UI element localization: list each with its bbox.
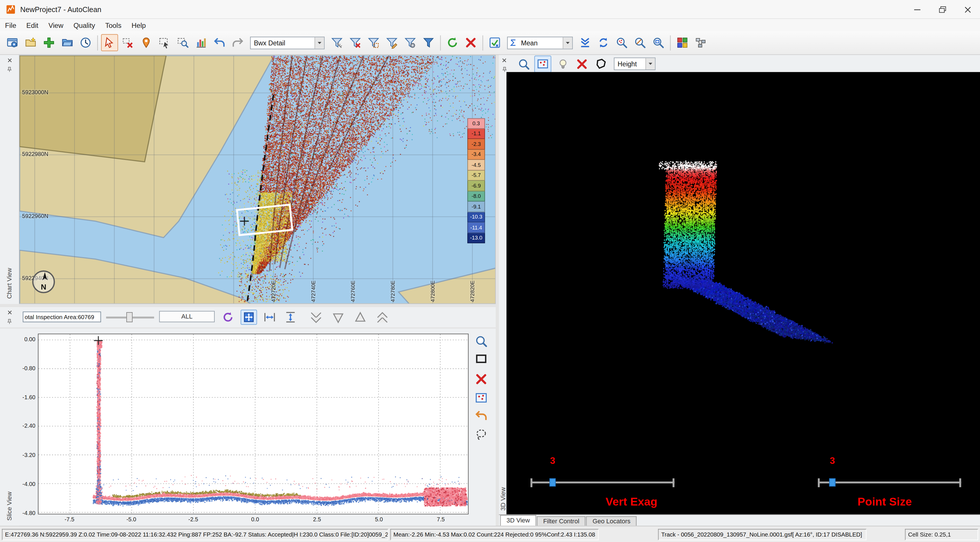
reject-x-icon[interactable] xyxy=(474,372,489,387)
combo-arrow-icon[interactable] xyxy=(645,58,655,70)
light-icon[interactable] xyxy=(555,56,571,73)
fit-view-icon[interactable] xyxy=(240,309,257,325)
reload-icon[interactable] xyxy=(444,34,461,51)
stat-combo[interactable]: Mean xyxy=(507,37,573,49)
edit-cursor-icon[interactable] xyxy=(101,34,118,51)
legend-entry: -4.5 xyxy=(467,160,485,170)
measure-zoom-icon[interactable] xyxy=(632,34,649,51)
accept-check-icon[interactable] xyxy=(486,34,503,51)
legend-entry: 0.3 xyxy=(467,118,485,128)
slider-left-cap xyxy=(818,478,820,487)
double-down-icon[interactable] xyxy=(307,309,325,325)
inspection-area-input[interactable] xyxy=(23,312,101,322)
menu-view[interactable]: View xyxy=(43,20,68,30)
tab-3d-view[interactable]: 3D View xyxy=(500,515,536,526)
view3d-tab-bar: 3D ViewFilter ControlGeo Locators xyxy=(499,515,980,526)
filter-reject-icon[interactable] xyxy=(347,34,364,51)
menu-edit[interactable]: Edit xyxy=(21,20,43,30)
slice-panel-pin-icon[interactable] xyxy=(5,317,14,325)
select-area-icon[interactable] xyxy=(156,34,173,51)
double-up-icon[interactable] xyxy=(373,309,391,325)
window-title: NewProject7 - AutoClean xyxy=(20,0,101,19)
delete-selection-icon[interactable] xyxy=(119,34,136,51)
slice-panel-close-icon[interactable] xyxy=(5,308,14,317)
slice-range-display[interactable]: ALL xyxy=(159,311,215,322)
undo-edit-icon[interactable] xyxy=(474,408,489,423)
chart-panel-close-icon[interactable] xyxy=(5,56,14,65)
undo-icon[interactable] xyxy=(211,34,228,51)
colormap-combo[interactable]: Height xyxy=(614,57,655,70)
close-button[interactable] xyxy=(955,0,980,19)
menu-tools[interactable]: Tools xyxy=(100,20,127,30)
chart-panel-pin-icon[interactable] xyxy=(5,65,14,73)
slice-x-tick: -7.5 xyxy=(58,516,81,523)
fit-width-icon[interactable] xyxy=(261,309,278,325)
filter-gear-icon[interactable] xyxy=(402,34,418,51)
zoom-tool-icon[interactable] xyxy=(515,56,532,73)
point-size-slider[interactable] xyxy=(818,478,961,488)
menu-file[interactable]: File xyxy=(0,20,21,30)
view3d-toolbar: Height xyxy=(499,55,980,72)
color-palette-icon[interactable] xyxy=(674,34,690,51)
combo-arrow-icon[interactable] xyxy=(563,37,572,49)
slice-panel-label: Slice View xyxy=(6,492,13,521)
add-lines-icon[interactable] xyxy=(40,34,57,51)
select-rect-icon[interactable] xyxy=(474,351,489,367)
detail-combo[interactable]: Bwx Detail xyxy=(250,37,325,49)
filter-measure-icon[interactable] xyxy=(328,34,345,51)
slice-plot-canvas[interactable] xyxy=(38,334,468,515)
redo-icon[interactable] xyxy=(229,34,246,51)
tab-geo-locators[interactable]: Geo Locators xyxy=(586,516,637,526)
slice-toolbar-strip xyxy=(0,307,19,327)
view3d-canvas[interactable] xyxy=(506,72,980,515)
filter-area-icon[interactable] xyxy=(365,34,382,51)
rotate-view-icon[interactable] xyxy=(220,309,236,325)
select-points-icon[interactable] xyxy=(474,391,489,406)
select-points-icon[interactable] xyxy=(534,56,551,73)
slider-track[interactable] xyxy=(818,481,961,483)
slice-y-tick: -3.20 xyxy=(18,452,36,458)
chart-view-panel: Chart View 5923000N5922980N5922960N59229… xyxy=(0,55,496,304)
geo-pick-icon[interactable] xyxy=(138,34,155,51)
zoom-window-icon[interactable] xyxy=(650,34,667,51)
combo-arrow-icon[interactable] xyxy=(315,37,324,49)
fit-height-icon[interactable] xyxy=(282,309,299,325)
app-config-icon[interactable] xyxy=(4,34,21,51)
node-link-icon[interactable] xyxy=(692,34,709,51)
refresh-icon[interactable] xyxy=(595,34,612,51)
tab-filter-control[interactable]: Filter Control xyxy=(537,516,585,526)
chart-panel-strip: Chart View xyxy=(0,55,19,304)
menu-help[interactable]: Help xyxy=(127,20,151,30)
minimize-button[interactable] xyxy=(904,0,929,19)
filter-brush-icon[interactable] xyxy=(383,34,400,51)
slider-handle[interactable] xyxy=(549,478,556,486)
reject-x-icon[interactable] xyxy=(462,34,479,51)
zoom-tool-icon[interactable] xyxy=(474,334,489,349)
chart-map-canvas[interactable] xyxy=(19,56,496,304)
lasso-icon[interactable] xyxy=(474,427,489,442)
view3d-panel-close-icon[interactable] xyxy=(500,56,508,65)
down-icon[interactable] xyxy=(329,309,347,325)
legend-entry: -2.3 xyxy=(467,139,485,149)
surface-offset-icon[interactable] xyxy=(577,34,593,51)
slider-handle[interactable] xyxy=(829,478,835,486)
filter-apply-icon[interactable] xyxy=(420,34,437,51)
slice-panel-strip: Slice View xyxy=(0,328,19,526)
zoom-points-icon[interactable] xyxy=(613,34,630,51)
menu-quality[interactable]: Quality xyxy=(68,20,100,30)
zoom-area-icon[interactable] xyxy=(174,34,191,51)
histogram-icon[interactable] xyxy=(192,34,210,51)
history-clock-icon[interactable] xyxy=(77,34,94,51)
slice-position-slider-handle[interactable] xyxy=(126,312,133,322)
easting-label: 472740E xyxy=(310,281,317,302)
slice-x-tick: -2.5 xyxy=(182,516,205,523)
maximize-button[interactable] xyxy=(929,0,955,19)
up-icon[interactable] xyxy=(351,309,369,325)
map-viewport[interactable]: 5923000N5922980N5922960N5922940N 472720E… xyxy=(19,55,496,304)
polygon-select-icon[interactable] xyxy=(592,56,609,73)
new-project-icon[interactable] xyxy=(22,34,39,51)
open-folder-icon[interactable] xyxy=(59,34,76,51)
depth-color-legend: 0.3-1.1-2.3-3.4-4.5-5.7-6.9-8.0-9.1-10.3… xyxy=(467,118,485,243)
vert-exag-slider[interactable] xyxy=(530,478,675,488)
reject-x-icon[interactable] xyxy=(574,56,590,73)
